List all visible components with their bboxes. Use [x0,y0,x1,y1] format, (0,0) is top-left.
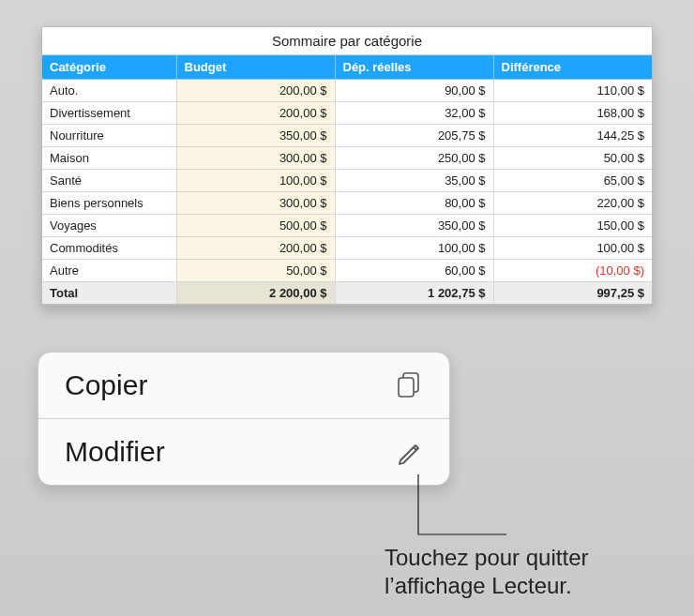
cell-category: Nourriture [42,125,176,147]
cell-category: Biens personnels [42,192,176,215]
cell-actual: 32,00 $ [335,102,493,125]
cell-category: Divertissement [42,102,176,125]
summary-table: Sommaire par catégorie Catégorie Budget … [41,26,653,306]
svg-rect-1 [399,378,414,397]
copy-button[interactable]: Copier [38,353,449,418]
cell-budget: 50,00 $ [176,260,335,282]
category-table: Catégorie Budget Dép. réelles Différence… [42,55,652,305]
cell-diff: (10,00 $) [493,260,652,282]
cell-actual: 90,00 $ [335,80,493,102]
cell-diff: 168,00 $ [493,102,652,125]
cell-budget: 200,00 $ [176,237,335,260]
cell-category: Commodités [42,237,176,260]
cell-diff: 144,25 $ [493,125,652,147]
cell-diff: 65,00 $ [493,170,652,192]
th-actual: Dép. réelles [335,55,493,80]
table-row: Biens personnels300,00 $80,00 $220,00 $ [42,192,652,215]
cell-actual: 250,00 $ [335,147,493,170]
callout-line1: Touchez pour quitter [385,544,588,572]
modify-label: Modifier [65,436,165,468]
callout-text: Touchez pour quitter l’affichage Lecteur… [385,544,588,600]
cell-total-label: Total [42,282,176,305]
table-header-row: Catégorie Budget Dép. réelles Différence [42,55,652,80]
cell-actual: 80,00 $ [335,192,493,215]
table-row: Maison300,00 $250,00 $50,00 $ [42,147,652,170]
modify-button[interactable]: Modifier [38,418,449,485]
table-row: Commodités200,00 $100,00 $100,00 $ [42,237,652,260]
cell-budget: 200,00 $ [176,80,335,102]
cell-actual: 35,00 $ [335,170,493,192]
cell-diff: 50,00 $ [493,147,652,170]
table-row: Nourriture350,00 $205,75 $144,25 $ [42,125,652,147]
table-row: Autre50,00 $60,00 $(10,00 $) [42,260,652,282]
cell-category: Autre [42,260,176,282]
cell-diff: 220,00 $ [493,192,652,215]
cell-budget: 300,00 $ [176,147,335,170]
callout-line2: l’affichage Lecteur. [385,572,588,600]
cell-category: Voyages [42,215,176,237]
cell-diff: 150,00 $ [493,215,652,237]
table-title: Sommaire par catégorie [42,27,652,55]
cell-diff: 100,00 $ [493,237,652,260]
table-row: Divertissement200,00 $32,00 $168,00 $ [42,102,652,125]
pencil-icon [393,436,425,468]
copy-label: Copier [65,369,147,401]
cell-category: Maison [42,147,176,170]
cell-total-diff: 997,25 $ [493,282,652,305]
cell-category: Santé [42,170,176,192]
th-diff: Différence [493,55,652,80]
cell-budget: 350,00 $ [176,125,335,147]
th-budget: Budget [176,55,335,80]
table-row: Santé100,00 $35,00 $65,00 $ [42,170,652,192]
cell-diff: 110,00 $ [493,80,652,102]
table-total-row: Total2 200,00 $1 202,75 $997,25 $ [42,282,652,305]
cell-category: Auto. [42,80,176,102]
cell-total-actual: 1 202,75 $ [335,282,493,305]
cell-actual: 205,75 $ [335,125,493,147]
cell-budget: 200,00 $ [176,102,335,125]
th-category: Catégorie [42,55,176,80]
cell-total-budget: 2 200,00 $ [176,282,335,305]
cell-actual: 60,00 $ [335,260,493,282]
cell-actual: 100,00 $ [335,237,493,260]
cell-budget: 500,00 $ [176,215,335,237]
copy-icon [393,369,425,401]
context-menu: Copier Modifier [38,352,450,486]
table-row: Auto.200,00 $90,00 $110,00 $ [42,80,652,102]
table-row: Voyages500,00 $350,00 $150,00 $ [42,215,652,237]
cell-budget: 300,00 $ [176,192,335,215]
cell-budget: 100,00 $ [176,170,335,192]
cell-actual: 350,00 $ [335,215,493,237]
